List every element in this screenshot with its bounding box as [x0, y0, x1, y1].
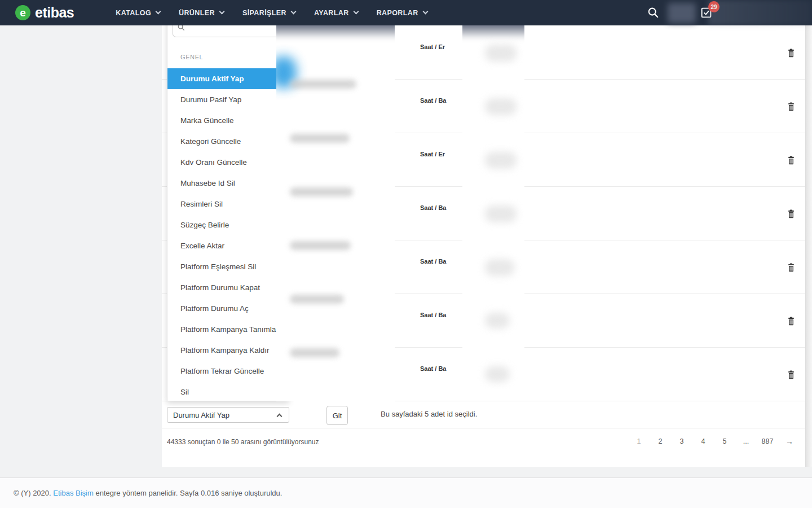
menu-item-kdv-orani-guncelle[interactable]: Kdv Oranı Güncelle [167, 152, 289, 173]
trash-icon[interactable] [787, 317, 795, 326]
trash-icon[interactable] [787, 209, 795, 218]
trash-icon[interactable] [787, 102, 795, 111]
menu-group-label: GENEL [180, 54, 203, 60]
page: Saat / Er Saat / Ba Saat / Er Saat / Ba … [0, 0, 812, 508]
page-link-5[interactable]: 5 [714, 437, 735, 445]
footer: © (Y) 2020. Etibas Bişim entegre yöntem … [0, 478, 812, 508]
search-icon[interactable] [647, 6, 659, 21]
logo-text: etibas [35, 5, 74, 21]
pagination-pages: 1 2 3 4 5 ... 887 → [628, 437, 801, 446]
nav-item-siparisler[interactable]: SİPARİŞLER [242, 9, 295, 17]
scrollbar[interactable] [805, 25, 812, 467]
menu-item-platform-kampanya-tanimla[interactable]: Platform Kampanya Tanımla [167, 319, 289, 340]
chevron-down-icon [353, 9, 359, 15]
bulk-action-select-value: Durumu Aktif Yap [173, 411, 230, 419]
footer-text: © (Y) 2020. Etibas Bişim entegre yöntem … [14, 489, 282, 497]
logo[interactable]: e etibas [0, 5, 74, 21]
menu-item-platform-kampanya-kaldir[interactable]: Platform Kampanya Kaldır [167, 340, 289, 361]
row-category: Saat / Ba [420, 365, 446, 372]
trash-icon[interactable] [787, 156, 795, 165]
logo-icon: e [15, 5, 30, 20]
notification-badge: 29 [708, 1, 720, 12]
copyright-suffix: entegre yöntem panelidir. Sayfa 0.016 sa… [95, 489, 282, 497]
nav-item-ayarlar[interactable]: AYARLAR [314, 9, 358, 17]
trash-icon[interactable] [787, 49, 795, 58]
blurred-element [668, 3, 696, 23]
menu-item-kategori-guncelle[interactable]: Kategori Güncelle [167, 131, 289, 152]
top-navbar: e etibas KATALOG ÜRÜNLER SİPARİŞLER AYAR… [0, 0, 812, 25]
menu-item-platform-eslesmesi-sil[interactable]: Platform Eşleşmesi Sil [167, 256, 289, 277]
menu-item-resimleri-sil[interactable]: Resimleri Sil [167, 194, 289, 214]
row-category: Saat / Ba [420, 204, 446, 211]
bulk-action-select[interactable]: Durumu Aktif Yap [167, 407, 289, 423]
go-button[interactable]: Git [326, 406, 348, 425]
menu-item-platform-durumu-kapat[interactable]: Platform Durumu Kapat [167, 277, 289, 298]
menu-item-durumu-pasif-yap[interactable]: Durumu Pasif Yap [167, 89, 289, 110]
copyright-prefix: © (Y) 2020. [14, 489, 51, 497]
menu-item-platform-durumu-ac[interactable]: Platform Durumu Aç [167, 298, 289, 319]
page-link-887[interactable]: 887 [757, 437, 778, 445]
menu-item-suzgec-belirle[interactable]: Süzgeç Belirle [167, 214, 289, 235]
menu-item-excelle-aktar[interactable]: Excelle Aktar [167, 235, 289, 256]
selection-info: Bu sayfadaki 5 adet id seçildi. [381, 410, 477, 418]
row-category: Saat / Er [420, 43, 445, 50]
page-link-2[interactable]: 2 [650, 437, 671, 445]
navbar-right: 29 [632, 0, 812, 25]
page-link-3[interactable]: 3 [671, 437, 692, 445]
page-ellipsis: ... [735, 437, 757, 445]
page-link-1: 1 [628, 437, 650, 445]
row-category: Saat / Ba [420, 97, 446, 104]
results-summary: 44333 sonuçtan 0 ile 50 arasını görüntül… [167, 438, 319, 446]
chevron-down-icon [291, 9, 297, 15]
trash-icon[interactable] [787, 263, 795, 272]
menu-item-muhasebe-id-sil[interactable]: Muhasebe Id Sil [167, 173, 289, 194]
menu-items: Durumu Aktif Yap Durumu Pasif Yap Marka … [167, 68, 289, 402]
trash-icon[interactable] [787, 370, 795, 379]
chevron-down-icon [156, 9, 161, 15]
nav-item-katalog[interactable]: KATALOG [116, 9, 160, 17]
menu-item-marka-guncelle[interactable]: Marka Güncelle [167, 110, 289, 131]
chevron-down-icon [219, 9, 224, 15]
row-category: Saat / Ba [420, 258, 446, 265]
nav-menu: KATALOG ÜRÜNLER SİPARİŞLER AYARLAR RAPOR… [116, 9, 427, 17]
chevron-up-icon [277, 414, 283, 419]
menu-item-platform-tekrar-guncelle[interactable]: Platform Tekrar Güncelle [167, 361, 289, 382]
page-link-4[interactable]: 4 [692, 437, 714, 445]
menu-item-sil[interactable]: Sil [167, 382, 289, 402]
row-category: Saat / Er [420, 151, 445, 157]
nav-item-raporlar[interactable]: RAPORLAR [377, 9, 427, 17]
bulk-action-dropdown: GENEL Durumu Aktif Yap Durumu Pasif Yap … [167, 15, 289, 401]
pagination-section: 44333 sonuçtan 0 ile 50 arasını görüntül… [162, 428, 805, 467]
footer-link[interactable]: Etibas Bişim [53, 489, 94, 497]
menu-item-durumu-aktif-yap[interactable]: Durumu Aktif Yap [167, 68, 289, 89]
nav-item-urunler[interactable]: ÜRÜNLER [179, 9, 224, 17]
next-page-arrow[interactable]: → [778, 437, 801, 446]
row-category: Saat / Ba [420, 312, 446, 318]
chevron-down-icon [422, 9, 428, 15]
